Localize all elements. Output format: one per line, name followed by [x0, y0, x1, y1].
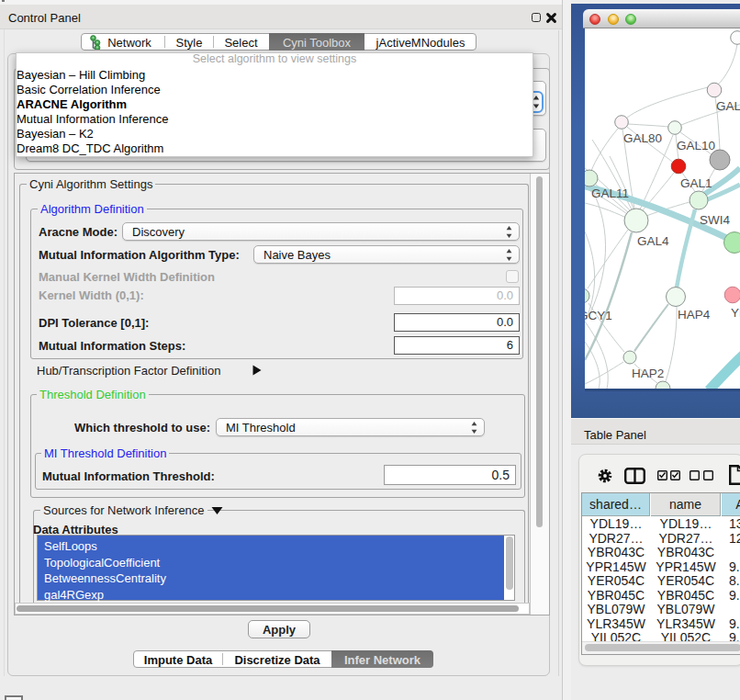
svg-text:GAL11: GAL11 — [591, 186, 629, 200]
svg-text:HAP2: HAP2 — [632, 367, 664, 380]
svg-text:YD: YD — [731, 306, 740, 320]
svg-text:GAL10: GAL10 — [677, 139, 715, 152]
svg-text:GAL8: GAL8 — [716, 99, 740, 113]
svg-text:GCY1: GCY1 — [585, 309, 612, 322]
svg-text:GAL1: GAL1 — [680, 176, 712, 190]
svg-text:GAL4: GAL4 — [637, 234, 669, 248]
svg-text:HAP4: HAP4 — [678, 308, 711, 322]
svg-text:SWI4: SWI4 — [700, 213, 730, 227]
svg-text:GAL80: GAL80 — [623, 131, 662, 145]
